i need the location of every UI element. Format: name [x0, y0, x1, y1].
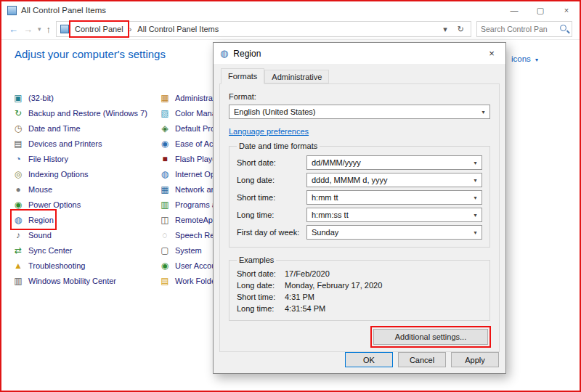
search-box[interactable] [476, 21, 572, 37]
long-time-row: Long time: h:mm:ss tt ▾ [237, 208, 482, 222]
item-label: Windows Mobility Center [28, 277, 116, 285]
back-button[interactable]: ← [9, 25, 18, 34]
administrative-tools-icon: ▦ [160, 94, 170, 102]
view-by-label[interactable]: icons [511, 54, 531, 63]
item-network-sharing[interactable]: ▦ Network an [160, 181, 216, 197]
view-by-control[interactable]: icons ▾ [511, 54, 538, 63]
dialog-close-button[interactable]: × [478, 43, 505, 64]
long-time-combobox[interactable]: h:mm:ss tt ▾ [306, 208, 482, 222]
close-button[interactable]: × [553, 1, 580, 19]
item-troubleshooting[interactable]: ▲ Troubleshooting [13, 258, 85, 273]
refresh-button[interactable]: ↻ [455, 25, 467, 34]
long-date-combobox[interactable]: dddd, MMMM d, yyyy ▾ [306, 173, 482, 187]
breadcrumb-current[interactable]: All Control Panel Items [136, 25, 220, 33]
example-label: Long date: [237, 281, 285, 290]
control-panel-items-column-1: ▣ (32-bit) ↻ Backup and Restore (Windows… [13, 90, 147, 288]
example-long-date: Long date: Monday, February 17, 2020 [237, 281, 482, 290]
item-administrative-tools[interactable]: ▦ Administrati [160, 90, 216, 105]
cancel-button[interactable]: Cancel [398, 352, 446, 367]
forward-button[interactable]: → [23, 25, 33, 34]
item-date-time[interactable]: ◷ Date and Time [13, 121, 81, 136]
apply-button[interactable]: Apply [451, 352, 499, 367]
item-windows-mobility[interactable]: ▥ Windows Mobility Center [13, 273, 116, 288]
window-title: All Control Panel Items [21, 6, 501, 15]
item-internet-options[interactable]: ◍ Internet Opt [160, 166, 217, 181]
maximize-button[interactable]: ▢ [527, 1, 553, 19]
sync-center-icon: ⇄ [13, 246, 23, 255]
item-power-options[interactable]: ◉ Power Options [13, 197, 81, 212]
ok-button[interactable]: OK [345, 352, 393, 367]
additional-settings-button[interactable]: Additional settings... [373, 329, 488, 345]
examples-group-title: Examples [237, 256, 276, 264]
short-time-combobox[interactable]: h:mm tt ▾ [306, 190, 482, 205]
address-dropdown-button[interactable]: ▾ [440, 25, 450, 34]
item-label: Backup and Restore (Windows 7) [28, 109, 147, 118]
item-label: Sync Center [28, 246, 73, 255]
item-label: Color Mana [175, 109, 216, 118]
search-icon[interactable] [558, 23, 570, 35]
item-flash-player[interactable]: ■ Flash Player [160, 151, 219, 166]
item-label: Administrati [175, 94, 216, 102]
item-mouse[interactable]: ● Mouse [13, 181, 52, 197]
short-time-row: Short time: h:mm tt ▾ [237, 190, 482, 205]
item-region[interactable]: ◍ Region [13, 212, 54, 227]
format-combobox[interactable]: English (United States) ▾ [229, 105, 490, 119]
programs-features-icon: ▥ [160, 200, 170, 209]
work-folders-icon: ▤ [160, 277, 170, 285]
item-system[interactable]: ▢ System [160, 242, 202, 258]
item-backup-restore[interactable]: ↻ Backup and Restore (Windows 7) [13, 105, 147, 121]
item-work-folders[interactable]: ▤ Work Folder [160, 273, 219, 288]
breadcrumb-root[interactable]: Control Panel [73, 25, 125, 33]
page-title: Adjust your computer's settings [15, 48, 166, 60]
troubleshooting-icon: ▲ [13, 261, 23, 270]
network-sharing-icon: ▦ [160, 185, 170, 194]
datetime-group-title: Date and time formats [237, 142, 320, 150]
item-label: Work Folder [175, 277, 219, 285]
chevron-down-icon: ▾ [469, 195, 482, 201]
flash-player-icon: ■ [160, 155, 170, 163]
combobox-value: English (United States) [229, 107, 477, 116]
indexing-options-icon: ◎ [13, 170, 23, 179]
up-button[interactable]: ↑ [46, 25, 52, 34]
minimize-button[interactable]: — [501, 1, 527, 19]
tab-administrative[interactable]: Administrative [264, 70, 329, 83]
color-management-icon: ▧ [160, 109, 170, 118]
chevron-down-icon[interactable]: ▾ [38, 26, 41, 33]
item-remoteapp[interactable]: ◫ RemoteApp [160, 212, 217, 227]
item-speech-recognition[interactable]: ◌ Speech Rec [160, 227, 219, 242]
item-default-programs[interactable]: ◈ Default Prog [160, 121, 219, 136]
item-indexing-options[interactable]: ◎ Indexing Options [13, 166, 89, 181]
short-date-combobox[interactable]: dd/MMM/yyyy ▾ [306, 155, 482, 170]
long-date-row: Long date: dddd, MMMM d, yyyy ▾ [237, 173, 482, 187]
item-file-history[interactable]: ◔ File History [13, 151, 68, 166]
item-sound[interactable]: ♪ Sound [13, 227, 52, 242]
address-bar[interactable]: Control Panel › All Control Panel Items … [56, 21, 471, 37]
speech-recognition-icon: ◌ [160, 231, 170, 240]
combobox-value: h:mm:ss tt [307, 211, 469, 219]
remoteapp-icon: ◫ [160, 216, 170, 224]
language-preferences-link[interactable]: Language preferences [229, 127, 309, 136]
navigation-bar: ← → ▾ ↑ Control Panel › All Control Pane… [1, 19, 580, 40]
tab-formats[interactable]: Formats [221, 68, 264, 84]
item-sync-center[interactable]: ⇄ Sync Center [13, 242, 73, 258]
item-color-management[interactable]: ▧ Color Mana [160, 105, 216, 121]
item-label: Date and Time [28, 124, 81, 133]
item-programs-features[interactable]: ▥ Programs an [160, 197, 221, 212]
item-32bit[interactable]: ▣ (32-bit) [13, 90, 54, 105]
system-icon: ▢ [160, 246, 170, 255]
example-value: 17/Feb/2020 [285, 269, 330, 278]
format-label: Format: [229, 92, 490, 101]
item-label: Sound [28, 231, 52, 240]
windows-mobility-icon: ▥ [13, 277, 23, 285]
first-day-label: First day of week: [237, 228, 306, 237]
search-input[interactable] [477, 25, 558, 33]
additional-settings-row: Additional settings... [229, 329, 490, 345]
internet-options-icon: ◍ [160, 170, 170, 179]
long-date-label: Long date: [237, 176, 306, 184]
item-devices-printers[interactable]: ▤ Devices and Printers [13, 136, 102, 151]
item-label: Indexing Options [28, 170, 89, 179]
item-label: Internet Opt [175, 170, 217, 179]
item-user-accounts[interactable]: ◉ User Accou [160, 258, 216, 273]
short-time-label: Short time: [237, 193, 306, 202]
first-day-combobox[interactable]: Sunday ▾ [306, 225, 482, 240]
